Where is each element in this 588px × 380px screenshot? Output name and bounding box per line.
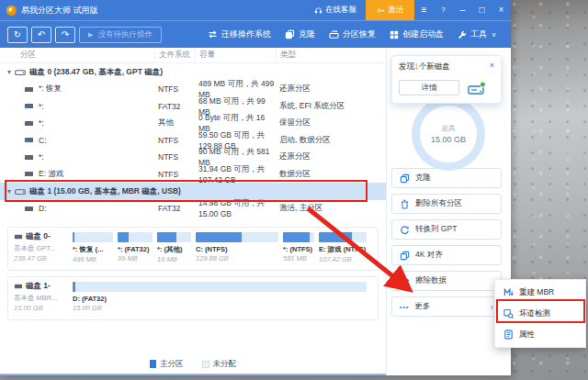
partition-name: *: 恢复 [39, 84, 62, 95]
table-row[interactable]: D: FAT32 14.98 GB 可用，共 15.00 GB 激活, 主分区 [0, 200, 386, 218]
map-segment[interactable]: *: 恢复 (... 499 MB [73, 232, 113, 266]
new-disk-icon [468, 81, 486, 95]
clone-disk-button[interactable]: 克隆 [391, 168, 502, 188]
table-row[interactable]: *: FAT32 68 MB 可用，共 99 MB 系统, EFI 系统分区 [0, 98, 386, 116]
rebuild-mbr-label: 重建 MBR [519, 287, 554, 298]
segment-size: 99 MB [118, 254, 153, 263]
disk0-map-card[interactable]: 磁盘 0- 基本盘 GPT... 238.47 GB *: 恢复 (... 49… [7, 227, 379, 271]
more-dots-icon: ••• [400, 304, 409, 310]
map-segment[interactable]: E: 游戏 (NTFS) 107.42 GB [319, 232, 367, 266]
partition-icon [24, 118, 34, 129]
table-row[interactable]: *: 其他 0 Byte 可用，共 16 MB 保留分区 [0, 115, 386, 132]
partition-flag-icon [24, 135, 34, 145]
legend-primary-label: 主分区 [160, 359, 184, 370]
partition-table-area: 分区 文件系统 容量 类型 ▾ 磁盘 0 (238.47 GB, 基本盘, GP… [0, 48, 386, 375]
online-service-label: 在线客服 [325, 5, 356, 16]
wrench-icon [458, 30, 467, 39]
delete-all-partitions-button[interactable]: 删除所有分区 [391, 194, 502, 214]
map-segment[interactable]: C: (NTFS) 129.88 GB [196, 232, 278, 266]
partition-name: E: 游戏 [39, 169, 63, 180]
map-segment[interactable]: *: (NTFS) 581 MB [283, 232, 314, 266]
segment-track [196, 232, 278, 242]
disk0-label: 磁盘 0 (238.47 GB, 基本盘, GPT 磁盘) [29, 67, 163, 78]
map-segment[interactable]: *: (FAT32) 99 MB [118, 232, 153, 266]
minimize-button[interactable]: – [453, 0, 472, 20]
partition-fs: 其他 [154, 117, 195, 129]
partition-recovery-button[interactable]: 分区恢复 [329, 28, 376, 40]
disk0-group-row[interactable]: ▾ 磁盘 0 (238.47 GB, 基本盘, GPT 磁盘) [0, 63, 386, 81]
partition-recovery-label: 分区恢复 [343, 28, 376, 40]
disk1-map-card[interactable]: 磁盘 1- 基本盘 MBR... 15.00 GB D: (FAT32) 15.… [7, 276, 379, 320]
table-row[interactable]: E: 游戏 NTFS 31.94 GB 可用，共 107.42 GB 数据分区 [0, 166, 386, 184]
details-button[interactable]: 详情 [399, 80, 459, 95]
refresh-button[interactable]: ↻ [7, 27, 28, 43]
clone-label: 克隆 [299, 28, 315, 40]
partition-icon [24, 152, 34, 162]
properties-item[interactable]: 属性 [495, 324, 585, 345]
segment-track [73, 232, 113, 242]
bad-sector-check-label: 坏道检测 [519, 308, 550, 319]
convert-to-gpt-label: 转换到 GPT [415, 224, 457, 235]
key-icon [377, 6, 385, 15]
wipe-data-label: 擦除数据 [415, 275, 447, 286]
clone-disk-label: 克隆 [415, 173, 431, 184]
maximize-button[interactable]: □ [472, 0, 492, 20]
partition-fs: NTFS [154, 136, 195, 145]
legend-unallocated: 未分配 [202, 359, 237, 370]
table-row[interactable]: C: NTFS 59.50 GB 可用，共 129.88 GB 启动, 数据分区 [0, 132, 386, 150]
map-segment[interactable]: D: (FAT32) 15.00 GB [73, 282, 367, 316]
disk0-map-info: 磁盘 0- 基本盘 GPT... 238.47 GB [14, 231, 65, 266]
map-segment[interactable]: *: (其他) 16 MB [157, 232, 191, 266]
close-icon[interactable]: × [490, 61, 494, 73]
right-action-panel: 已用空间 16 MB 发现 1 个新磁盘 × 详情 总共 15.00 GB [386, 48, 511, 375]
create-boot-disk-button[interactable]: 创建启动盘 [390, 28, 444, 40]
pending-operations-label: 没有待执行操作 [97, 29, 153, 40]
app-window: 易我分区大师 试用版 在线客服 激活 ≡ ? – □ × ↻ ↶ ↷ ▶ 没有待… [0, 0, 511, 375]
activate-button[interactable]: 激活 [366, 0, 414, 20]
close-button[interactable]: × [492, 0, 511, 20]
migrate-os-button[interactable]: 迁移操作系统 [208, 28, 271, 40]
segment-size: 15.00 GB [73, 304, 367, 312]
disk1-group-row-selected[interactable]: ▾ 磁盘 1 (15.00 GB, 基本盘, MBR 磁盘, USB) [0, 183, 386, 200]
segment-fill [319, 232, 352, 242]
segment-size: 129.88 GB [196, 254, 278, 263]
segment-fill [283, 232, 310, 242]
tools-menu-button[interactable]: 工具 ∨ [458, 28, 496, 40]
app-logo-icon [6, 6, 17, 16]
pending-operations-button[interactable]: ▶ 没有待执行操作 [79, 27, 162, 43]
partition-type: 激活, 主分区 [276, 203, 386, 214]
more-button[interactable]: ••• 更多 › [391, 296, 502, 317]
clone-button[interactable]: 克隆 [285, 28, 315, 40]
bad-sector-check-item[interactable]: 坏道检测 [495, 303, 585, 324]
window-body: 分区 文件系统 容量 类型 ▾ 磁盘 0 (238.47 GB, 基本盘, GP… [0, 48, 511, 375]
segment-size: 581 MB [283, 254, 314, 263]
trash-icon [400, 199, 410, 209]
wipe-data-button[interactable]: 擦除数据 [391, 271, 502, 291]
table-row[interactable]: *: NTFS 90 MB 可用，共 581 MB 还原分区 [0, 149, 386, 166]
migrate-os-label: 迁移操作系统 [221, 28, 271, 40]
notification-title: 发现 [399, 61, 414, 73]
header-partition: 分区 [0, 50, 154, 61]
menu-icon[interactable]: ≡ [414, 0, 434, 20]
4k-align-button[interactable]: 4K 对齐 [391, 245, 502, 265]
rebuild-mbr-item[interactable]: 重建 MBR [495, 282, 585, 303]
chevron-right-icon: › [491, 302, 493, 312]
donut-total-value: 15.00 GB [431, 135, 466, 144]
segment-label: C: (NTFS) [196, 245, 278, 253]
convert-to-gpt-button[interactable]: 转换到 GPT [391, 219, 502, 240]
partition-fs: NTFS [154, 170, 195, 179]
undo-button[interactable]: ↶ [31, 27, 51, 43]
segment-label: *: (NTFS) [283, 245, 314, 253]
legend-unallocated-label: 未分配 [213, 359, 237, 370]
clone-icon [400, 173, 410, 184]
online-service-button[interactable]: 在线客服 [314, 5, 356, 16]
table-row[interactable]: *: 恢复 NTFS 489 MB 可用，共 499 MB 还原分区 [0, 81, 386, 98]
collapse-chevron-icon[interactable]: ▾ [7, 187, 11, 196]
collapse-chevron-icon[interactable]: ▾ [7, 68, 11, 76]
partition-type: 保留分区 [276, 117, 386, 129]
4k-align-label: 4K 对齐 [415, 250, 443, 261]
toolbar: ↻ ↶ ↷ ▶ 没有待执行操作 迁移操作系统 克隆 分区恢复 创建启动盘 [0, 20, 511, 48]
help-icon[interactable]: ? [434, 0, 453, 20]
disk0-map-kind: 基本盘 GPT... [14, 244, 65, 253]
redo-button[interactable]: ↷ [55, 27, 75, 43]
